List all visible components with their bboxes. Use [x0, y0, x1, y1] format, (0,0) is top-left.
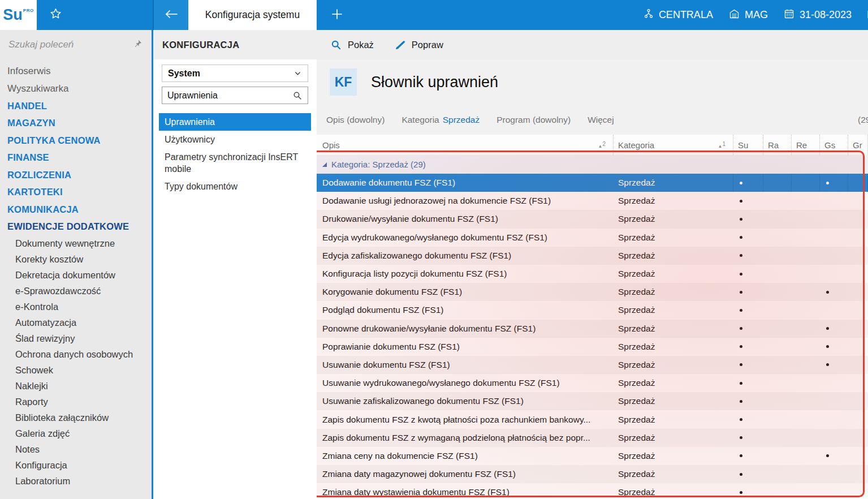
- table-row[interactable]: Usuwanie wydrukowanego/wysłanego dokumen…: [317, 374, 868, 392]
- sidebar-item-dokumenty-wewnętrzne[interactable]: Dokumenty wewnętrzne: [0, 235, 152, 251]
- flag-dot: [740, 436, 742, 439]
- sidebar-item-e-sprawozdawczość[interactable]: e-Sprawozdawczość: [0, 283, 152, 299]
- column-header-ra[interactable]: Ra: [763, 135, 792, 155]
- kategoria-cell: Sprzedaż: [614, 265, 733, 283]
- sidebar-item-dekretacja-dokumentów[interactable]: Dekretacja dokumentów: [0, 267, 152, 283]
- table-row[interactable]: Dodawanie dokumentu FSZ (FS1)Sprzedaż: [317, 174, 868, 192]
- table-row[interactable]: Edycja zafiskalizowanego dokumentu FSZ (…: [317, 247, 868, 265]
- column-header-gs[interactable]: Gs: [820, 135, 848, 155]
- sidebar-item-automatyzacja[interactable]: Automatyzacja: [0, 315, 152, 330]
- filter-więcej[interactable]: Więcej: [588, 115, 614, 125]
- table-row[interactable]: Zmiana daty wystawienia dokumentu FSZ (F…: [317, 483, 868, 499]
- table-row[interactable]: Ponowne drukowanie/wysyłanie dokumentu F…: [317, 320, 868, 338]
- sidebar-item-rozliczenia[interactable]: ROZLICZENIA: [0, 166, 152, 184]
- app-logo[interactable]: SuPRO: [0, 0, 37, 30]
- sidebar-item-biblioteka-załączników[interactable]: Biblioteka załączników: [0, 410, 152, 425]
- column-header-gr[interactable]: Gr: [848, 135, 868, 155]
- re-flag-cell: [792, 392, 820, 410]
- ra-flag-cell: [763, 356, 792, 374]
- panel-search-input[interactable]: Uprawnienia: [162, 87, 308, 104]
- table-row[interactable]: Konfiguracja listy pozycji dokumentu FSZ…: [317, 265, 868, 283]
- sidebar-item-laboratorium[interactable]: Laboratorium: [0, 473, 152, 489]
- filter-kategoria[interactable]: KategoriaSprzedaż: [401, 115, 480, 125]
- flag-dot: [740, 254, 742, 257]
- sidebar-item-komunikacja[interactable]: KOMUNIKACJA: [0, 201, 152, 218]
- table-row[interactable]: Korygowanie dokumentu FSZ (FS1)Sprzedaż: [317, 283, 868, 301]
- table-row[interactable]: Dodawanie usługi jednorazowej na dokumen…: [317, 192, 868, 210]
- back-button[interactable]: [154, 0, 188, 30]
- column-header-kategoria[interactable]: Kategoria▲1: [614, 135, 733, 155]
- su-flag-cell: [733, 465, 763, 483]
- re-flag-cell: [792, 447, 820, 465]
- permissions-table: Opis▲2Kategoria▲1SuRaReGsGr Kategoria: S…: [317, 135, 868, 499]
- table-row[interactable]: Zapis dokumentu FSZ z wymaganą podzielon…: [317, 429, 868, 447]
- sidebar-item-schowek[interactable]: Schowek: [0, 362, 152, 378]
- star-icon[interactable]: [49, 7, 62, 23]
- sidebar-item-naklejki[interactable]: Naklejki: [0, 378, 152, 394]
- group-row[interactable]: Kategoria: Sprzedaż (29): [317, 155, 868, 174]
- search-icon: [292, 91, 303, 101]
- ra-flag-cell: [763, 374, 792, 392]
- module-dropdown[interactable]: System: [162, 64, 308, 82]
- filter-opis-dowolny[interactable]: Opis (dowolny): [326, 115, 385, 125]
- su-flag-cell: [733, 210, 763, 228]
- opis-cell: Ponowne drukowanie/wysyłanie dokumentu F…: [317, 320, 614, 338]
- table-row[interactable]: Edycja wydrukowanego/wysłanego dokumentu…: [317, 229, 868, 247]
- sidebar-item-e-kontrola[interactable]: e-Kontrola: [0, 299, 152, 315]
- sidebar-item-magazyn[interactable]: MAGAZYN: [0, 115, 152, 132]
- sidebar-item-korekty-kosztów[interactable]: Korekty kosztów: [0, 251, 152, 267]
- warehouse-selector[interactable]: MAG: [728, 8, 768, 23]
- panel-item-użytkownicy[interactable]: Użytkownicy: [159, 131, 311, 148]
- kategoria-cell: Sprzedaż: [614, 229, 733, 247]
- column-label: Kategoria: [618, 140, 654, 150]
- sidebar-item-finanse[interactable]: FINANSE: [0, 149, 152, 167]
- ra-flag-cell: [763, 338, 792, 356]
- filter-program-dowolny[interactable]: Program (dowolny): [496, 115, 571, 125]
- table-row[interactable]: Podgląd dokumentu FSZ (FS1)Sprzedaż: [317, 301, 868, 319]
- sidebar-item-konfiguracja[interactable]: Konfiguracja: [0, 457, 152, 473]
- re-flag-cell: [792, 410, 820, 428]
- table-row[interactable]: Poprawianie dokumentu FSZ (FS1)Sprzedaż: [317, 338, 868, 356]
- table-row[interactable]: Zapis dokumentu FSZ z kwotą płatności po…: [317, 410, 868, 428]
- column-header-re[interactable]: Re: [792, 135, 820, 155]
- table-row[interactable]: Zmiana daty magazynowej dokumentu FSZ (F…: [317, 465, 868, 483]
- opis-cell: Edycja wydrukowanego/wysłanego dokumentu…: [317, 229, 614, 247]
- table-row[interactable]: Drukowanie/wysyłanie dokumentu FSZ (FS1)…: [317, 210, 868, 228]
- panel-item-parametry-synchronizacji-insert-mobile[interactable]: Parametry synchronizacji InsERT mobile: [159, 148, 311, 178]
- sidebar-item-galeria-zdjęć[interactable]: Galeria zdjęć: [0, 425, 152, 441]
- group-collapse-icon[interactable]: [322, 162, 327, 167]
- column-header-su[interactable]: Su: [733, 135, 763, 155]
- panel-item-typy-dokumentów[interactable]: Typy dokumentów: [159, 178, 311, 195]
- show-button[interactable]: Pokaż: [330, 39, 374, 51]
- new-tab-button[interactable]: [317, 0, 357, 30]
- edit-button[interactable]: Popraw: [394, 39, 443, 51]
- sidebar-item-ślad-rewizyjny[interactable]: Ślad rewizyjny: [0, 330, 152, 346]
- sidebar-item-infoserwis[interactable]: Infoserwis: [0, 63, 152, 80]
- opis-cell: Usuwanie zafiskalizowanego dokumentu FSZ…: [317, 392, 614, 410]
- sidebar-item-ewidencje-dodatkowe[interactable]: EWIDENCJE DODATKOWE: [0, 218, 152, 236]
- sidebar-item-ochrona-danych-osobowych[interactable]: Ochrona danych osobowych: [0, 346, 152, 362]
- sidebar-item-kartoteki[interactable]: KARTOTEKI: [0, 184, 152, 201]
- date-selector[interactable]: 31-08-2023: [783, 8, 852, 23]
- branch-selector[interactable]: CENTRALA: [643, 8, 713, 22]
- sidebar-item-notes[interactable]: Notes: [0, 441, 152, 457]
- tab-konfiguracja-systemu[interactable]: Konfiguracja systemu: [188, 0, 317, 30]
- kategoria-cell: Sprzedaż: [614, 356, 733, 374]
- gr-flag-cell: [848, 320, 868, 338]
- ra-flag-cell: [763, 192, 792, 210]
- sidebar-item-raporty[interactable]: Raporty: [0, 394, 152, 410]
- table-row[interactable]: Usuwanie dokumentu FSZ (FS1)Sprzedaż: [317, 356, 868, 374]
- pin-icon[interactable]: [132, 38, 143, 51]
- gr-flag-cell: [848, 483, 868, 499]
- sidebar-item-polityka-cenowa[interactable]: POLITYKA CENOWA: [0, 132, 152, 149]
- column-header-opis[interactable]: Opis▲2: [317, 135, 614, 155]
- table-row[interactable]: Zmiana ceny na dokumencie FSZ (FS1)Sprze…: [317, 447, 868, 465]
- sidebar-item-handel[interactable]: HANDEL: [0, 97, 152, 115]
- command-search[interactable]: Szukaj poleceń: [0, 30, 152, 59]
- filter-value: Sprzedaż: [443, 115, 480, 124]
- result-count-clipped: (29): [858, 115, 868, 125]
- sidebar-item-wyszukiwarka[interactable]: Wyszukiwarka: [0, 80, 152, 98]
- panel-item-uprawnienia[interactable]: Uprawnienia: [159, 113, 311, 131]
- table-row[interactable]: Usuwanie zafiskalizowanego dokumentu FSZ…: [317, 392, 868, 410]
- gr-flag-cell: [848, 283, 868, 301]
